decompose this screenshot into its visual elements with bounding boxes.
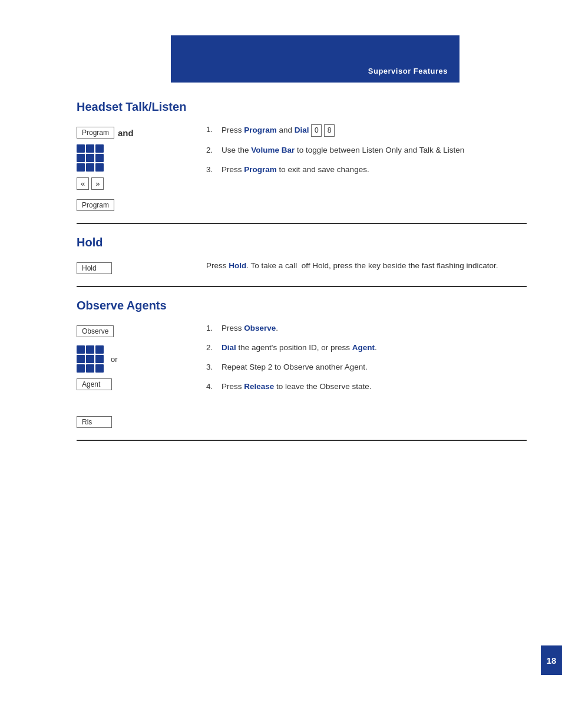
keypad-cell [77,364,85,373]
dial-key-8: 8 [324,124,335,137]
headset-step-3: 3. Press Program to exit and save change… [206,164,527,176]
main-content: Headset Talk/Listen Program and « » [77,83,527,441]
program-bold: Program [244,126,277,134]
keypad-cell [77,154,85,162]
program-and-row: Program and [77,127,134,139]
step-num-2: 2. [206,145,217,156]
program-key: Program [77,127,114,139]
dial-bold: Dial [295,126,309,134]
keypad-cell [77,144,85,153]
keypad-icon [77,144,104,172]
header-banner: Supervisor Features [171,35,459,83]
observe-bold: Observe [244,324,276,332]
volume-bar-bold: Volume Bar [251,146,295,154]
section-observe-title: Observe Agents [77,299,527,312]
keypad-cell [77,345,85,354]
section-hold-body: Hold Press Hold. To take a call off Hold… [77,260,527,274]
keypad-cell [86,364,94,373]
step-num-3: 3. [206,362,217,373]
keypad-cell [95,154,104,162]
hold-bold: Hold [229,261,246,270]
keypad-cell [95,144,104,153]
step-num-4: 4. [206,381,217,393]
hold-right-col: Press Hold. To take a call off Hold, pre… [206,260,527,274]
step-text-3: Repeat Step 2 to Observe another Agent. [222,362,527,373]
page-number: 18 [547,655,557,666]
section-headset-body: Program and « » Program [77,124,527,211]
keypad-cell [95,163,104,172]
volume-bar-row: « » [77,177,104,190]
dial-key-0: 0 [311,124,322,137]
observe-right-col: 1. Press Observe. 2. Dial the agent's po… [206,323,527,428]
section-headset-title: Headset Talk/Listen [77,100,527,114]
arrow-left-key: « [77,177,89,190]
section-hold-title: Hold [77,236,527,249]
step-num-1: 1. [206,323,217,334]
observe-key: Observe [77,325,114,337]
step-text-2: Use the Volume Bar to toggle between Lis… [222,145,527,156]
keypad-cell [86,154,94,162]
divider-3 [77,440,527,441]
keypad-cell [95,355,104,363]
hold-key: Hold [77,262,112,274]
keypad-cell [86,163,94,172]
page-number-tab: 18 [541,645,562,675]
program-exit-key: Program [77,199,114,211]
observe-step-2: 2. Dial the agent's position ID, or pres… [206,342,527,354]
step-text-1: Press Observe. [222,323,527,334]
keypad-cell [77,163,85,172]
step-text-2: Dial the agent's position ID, or press A… [222,342,527,354]
release-bold: Release [244,382,274,391]
divider-1 [77,223,527,224]
or-text: or [111,355,118,364]
step-text-4: Press Release to leave the Observe state… [222,381,527,393]
step-text-1: Press Program and Dial 0 8 [222,124,527,137]
hold-description: Press Hold. To take a call off Hold, pre… [206,260,527,272]
agent-bold: Agent [352,343,375,352]
hold-left-col: Hold [77,260,194,274]
section-observe-body: Observe or Agent Rls [77,323,527,428]
step-num-1: 1. [206,124,217,137]
dial-bold-observe: Dial [222,343,236,352]
program-exit-bold: Program [244,165,277,174]
keypad-cell [95,364,104,373]
observe-step-3: 3. Repeat Step 2 to Observe another Agen… [206,362,527,373]
headset-right-col: 1. Press Program and Dial 0 8 2. Use the… [206,124,527,211]
step-num-2: 2. [206,342,217,354]
observe-keypad-icon [77,345,104,373]
rls-key: Rls [77,416,112,428]
observe-step-4: 4. Press Release to leave the Observe st… [206,381,527,393]
observe-step-1: 1. Press Observe. [206,323,527,334]
step-num-3: 3. [206,164,217,176]
keypad-cell [86,144,94,153]
headset-step-2: 2. Use the Volume Bar to toggle between … [206,145,527,156]
and-text: and [118,128,134,138]
headset-left-col: Program and « » Program [77,124,194,211]
step-text-3: Press Program to exit and save changes. [222,164,527,176]
arrow-right-key: » [91,177,104,190]
headset-step-1: 1. Press Program and Dial 0 8 [206,124,527,137]
divider-2 [77,286,527,287]
agent-key: Agent [77,378,112,390]
keypad-cell [95,345,104,354]
keypad-cell [77,355,85,363]
header-title: Supervisor Features [368,67,448,75]
keypad-cell [86,355,94,363]
observe-left-col: Observe or Agent Rls [77,323,194,428]
keypad-cell [86,345,94,354]
